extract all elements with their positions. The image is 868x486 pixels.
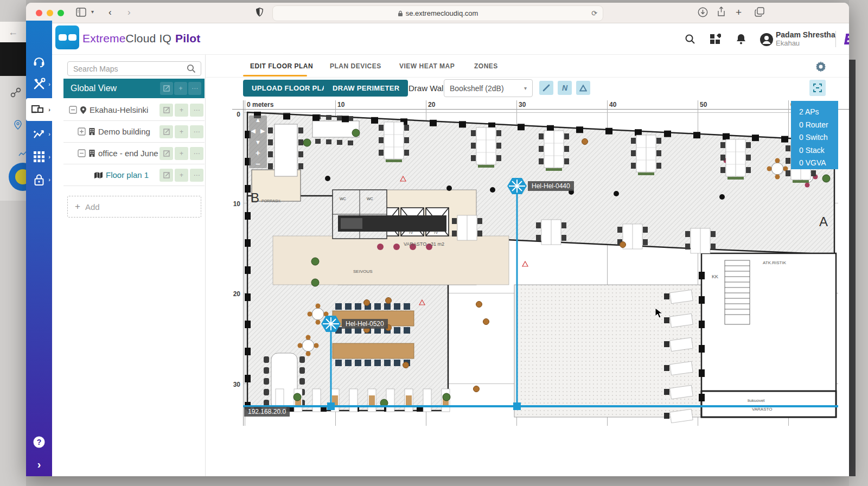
more-button[interactable]: ⋯ [190, 125, 203, 138]
reload-icon[interactable]: ⟳ [591, 9, 597, 17]
background-window-image [0, 42, 26, 76]
forward-button[interactable]: › [127, 7, 131, 18]
avatar[interactable] [760, 33, 774, 49]
downloads-icon[interactable] [698, 7, 708, 19]
add-button[interactable]: + [175, 169, 188, 182]
sidebar-item-analytics[interactable]: › [26, 123, 52, 145]
tab-plan-devices[interactable]: PLAN DEVICES [330, 62, 381, 70]
minimize-window-button[interactable] [47, 10, 53, 16]
device-count-panel: 2 APs 0 Router 0 Switch 0 Stack 0 VGVA [791, 101, 838, 169]
edit-map-button[interactable] [160, 82, 173, 95]
more-options-button[interactable]: ⋯ [188, 82, 201, 95]
add-map-button[interactable]: + [174, 82, 187, 95]
zoom-in-button[interactable]: + [256, 150, 260, 156]
tree-row-site[interactable]: Ekahau-Helsinki + ⋯ [63, 99, 205, 121]
expand-sidebar-button[interactable]: › [26, 453, 52, 476]
settings-gear-icon[interactable] [815, 61, 826, 72]
zoom-window-button[interactable] [58, 10, 64, 16]
pan-right-button[interactable]: ▶ [260, 128, 265, 133]
devices-icon [31, 104, 44, 116]
sidebar-item-apps[interactable]: › [26, 145, 52, 168]
draw-perimeter-button[interactable]: DRAW PERIMETER [324, 80, 408, 97]
help-button[interactable]: ? [26, 431, 52, 453]
fit-to-screen-button[interactable] [809, 80, 826, 96]
user-name: Padam Shrestha [776, 30, 835, 39]
ap-label-0440[interactable]: Hel-Hel-0440 [528, 181, 574, 191]
draw-line-wall-button[interactable] [539, 81, 553, 95]
ap-label-0520[interactable]: Hel-Hel-0520 [342, 319, 388, 329]
back-button[interactable]: ‹ [108, 7, 112, 18]
address-bar[interactable]: se.extremecloudiq.com ⟳ [272, 5, 603, 21]
chevron-down-icon[interactable]: ▾ [91, 9, 94, 15]
more-button[interactable]: ⋯ [190, 147, 203, 160]
tree-row-floorplan[interactable]: Floor plan 1 + ⋯ [63, 164, 205, 186]
pan-left-button[interactable]: ◀ [251, 128, 256, 133]
floor-plan-drawing: WC WC [243, 109, 838, 426]
sidebar-item-security[interactable]: › [26, 168, 52, 191]
notifications-bell-icon[interactable] [736, 33, 746, 47]
tree-row-building[interactable]: office - end June - extr... + ⋯ [63, 143, 205, 164]
draw-polyline-wall-button[interactable]: N [558, 81, 572, 95]
close-window-button[interactable] [36, 10, 42, 16]
draw-wall-label: Draw Wall [409, 84, 445, 93]
draw-polygon-wall-button[interactable] [576, 81, 590, 95]
svg-text:A: A [819, 214, 828, 229]
help-icon: ? [33, 436, 46, 449]
edit-button[interactable] [159, 125, 173, 138]
sidebar-toggle-icon[interactable] [76, 8, 86, 18]
search-icon[interactable] [187, 64, 196, 75]
building-icon [88, 149, 95, 157]
new-tab-icon[interactable]: + [736, 7, 742, 18]
apps-grid-icon[interactable] [710, 34, 721, 47]
pan-up-button[interactable]: ▲ [255, 117, 261, 123]
share-icon[interactable] [717, 7, 726, 19]
pan-down-button[interactable]: ▼ [255, 139, 261, 145]
privacy-shield-icon[interactable] [256, 7, 264, 20]
tab-view-heat-map[interactable]: VIEW HEAT MAP [399, 62, 455, 70]
wall-type-select[interactable]: Bookshelf (2dB) ▾ [444, 79, 533, 97]
link-icon [10, 87, 22, 100]
extreme-e-logo [843, 33, 849, 48]
active-tab-underline [243, 75, 307, 76]
maps-panel: Global View + ⋯ Ekahau-Helsinki + ⋯ Demo… [52, 55, 206, 476]
svg-text:ATK.RISTIK: ATK.RISTIK [763, 260, 787, 265]
sidebar-item-support[interactable] [26, 50, 52, 73]
search-icon[interactable] [685, 34, 695, 47]
count-switch: 0 Switch [799, 131, 838, 144]
edit-button[interactable] [159, 169, 173, 182]
add-map-node-button[interactable]: + Add [67, 196, 201, 218]
tree-row-building[interactable]: Demo building + ⋯ [63, 121, 205, 143]
collapse-icon[interactable] [69, 106, 77, 114]
zoom-out-button[interactable]: – [256, 161, 260, 167]
extremecloud-logo[interactable] [55, 25, 79, 49]
header-divider [835, 31, 836, 47]
add-button[interactable]: + [175, 125, 188, 138]
svg-text:WC: WC [367, 197, 373, 201]
app-sidebar: › › › › › ? › [26, 21, 52, 476]
plus-icon: + [75, 201, 80, 212]
add-button[interactable]: + [175, 147, 188, 160]
chevron-right-icon: › [48, 131, 50, 137]
search-maps-input[interactable] [67, 61, 201, 76]
more-button[interactable]: ⋯ [190, 169, 203, 182]
pan-zoom-control[interactable]: ▲ ◀▶ ▼ + – [249, 116, 267, 168]
user-info[interactable]: Padam Shrestha Ekahau [776, 30, 835, 47]
svg-text:B: B [251, 190, 259, 205]
add-button[interactable]: + [175, 104, 188, 117]
app-header: ExtremeCloudIQPilot Padam Shrestha Ekaha… [52, 23, 849, 55]
headset-icon [33, 55, 46, 67]
edit-button[interactable] [159, 147, 173, 160]
sidebar-item-manage-active[interactable]: › [26, 98, 52, 121]
edit-button[interactable] [159, 104, 173, 117]
collapse-icon[interactable] [78, 149, 86, 157]
tab-overview-icon[interactable] [755, 7, 764, 18]
global-view-label: Global View [71, 84, 117, 93]
tab-zones[interactable]: ZONES [474, 62, 498, 70]
floor-plan-canvas[interactable]: 0 meters 10 20 30 40 50 60 0 10 20 30 [206, 99, 849, 476]
add-label: Add [85, 202, 100, 212]
sidebar-item-tools[interactable]: › [26, 73, 52, 95]
tab-edit-floor-plan[interactable]: EDIT FLOOR PLAN [250, 62, 313, 70]
expand-icon[interactable] [78, 127, 86, 136]
more-button[interactable]: ⋯ [190, 104, 203, 117]
global-view-header[interactable]: Global View + ⋯ [63, 79, 205, 98]
